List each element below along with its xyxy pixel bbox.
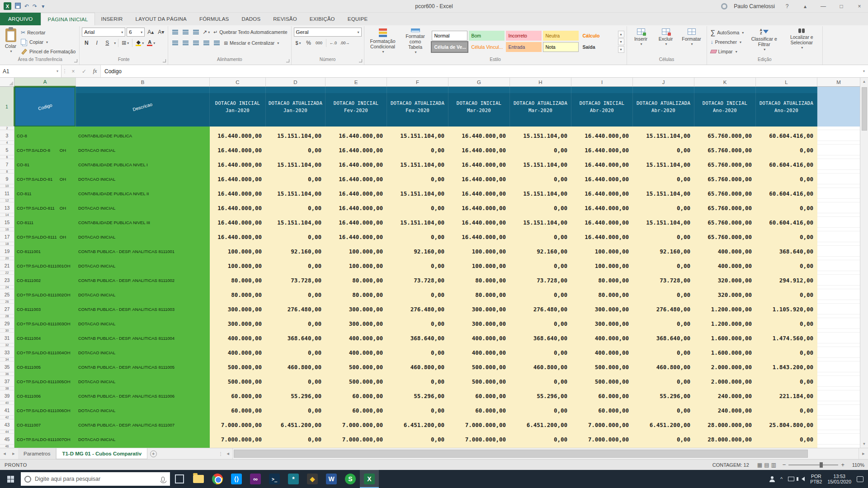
column-header-F[interactable]: F (387, 78, 448, 87)
cell-J1[interactable]: DOTACAO ATUALIZADAAbr-2020 (633, 87, 694, 127)
cell-J32[interactable] (633, 343, 694, 347)
cell-E21[interactable]: 100.000,00 (326, 260, 387, 271)
cell-I21[interactable]: 100.000,00 (571, 260, 633, 271)
cell-F18[interactable] (387, 242, 448, 246)
number-dialog-launcher-icon[interactable] (359, 59, 362, 62)
cell-K4[interactable] (694, 141, 756, 145)
cell-I42[interactable] (571, 416, 633, 419)
cell-G38[interactable] (448, 387, 510, 390)
cell-M32[interactable] (817, 343, 860, 347)
cell-G44[interactable] (448, 430, 510, 434)
cell-C35[interactable]: 500.000,00 (210, 361, 266, 372)
row-header-33[interactable]: 33 (0, 347, 14, 358)
cell-E3[interactable]: 16.440.000,00 (326, 130, 387, 141)
tray-expand-icon[interactable]: ^ (780, 476, 783, 482)
cell-M44[interactable] (817, 430, 860, 434)
conditional-formatting-button[interactable]: Formatação Condicional ▾ (367, 27, 399, 55)
cell-M5[interactable] (817, 145, 860, 155)
cell-A16[interactable] (14, 228, 76, 231)
clipboard-dialog-launcher-icon[interactable] (74, 59, 77, 62)
cell-G4[interactable] (448, 141, 510, 145)
cell-B42[interactable] (76, 416, 210, 419)
cell-M33[interactable] (817, 347, 860, 358)
cell-F17[interactable]: 0,00 (387, 231, 448, 242)
cell-E6[interactable] (326, 155, 387, 159)
cell-B15[interactable]: CONTABILIDADE PUBLICA NIVEL III (76, 217, 210, 228)
zoom-slider[interactable] (788, 465, 838, 465)
cell-A6[interactable] (14, 155, 76, 159)
cell-J4[interactable] (633, 141, 694, 145)
cell-E39[interactable]: 60.000,00 (326, 390, 387, 401)
cell-C42[interactable] (210, 416, 266, 419)
cell-K38[interactable] (694, 387, 756, 390)
app-teal-button[interactable]: * (284, 470, 303, 488)
row-header-4[interactable]: 4 (0, 141, 14, 145)
decrease-indent-button[interactable] (202, 38, 211, 47)
column-header-D[interactable]: D (266, 78, 326, 87)
cell-J25[interactable]: 0,00 (633, 289, 694, 300)
cell-K21[interactable]: 400.000,00 (694, 260, 756, 271)
cell-F2[interactable] (387, 127, 448, 130)
cell-M21[interactable] (817, 260, 860, 271)
vertical-scroll-thumb[interactable] (862, 87, 867, 131)
cell-G43[interactable]: 7.000.000,00 (448, 419, 510, 430)
row-header-9[interactable]: 9 (0, 174, 14, 184)
column-header-E[interactable]: E (326, 78, 387, 87)
cell-A21[interactable]: CO+TP.SALDO-8111001OH (14, 260, 76, 271)
cell-D41[interactable]: 0,00 (266, 405, 326, 416)
cell-B22[interactable] (76, 271, 210, 275)
scroll-down-icon[interactable]: ▼ (863, 440, 866, 448)
cell-M8[interactable] (817, 170, 860, 174)
cell-E22[interactable] (326, 271, 387, 275)
cell-K37[interactable]: 2.000.000,00 (694, 376, 756, 387)
cell-H6[interactable] (510, 155, 571, 159)
cell-K26[interactable] (694, 300, 756, 304)
save-button[interactable] (15, 3, 21, 10)
cell-E9[interactable]: 16.440.000,00 (326, 174, 387, 184)
cell-B37[interactable]: DOTACAO INICIAL (76, 376, 210, 387)
cell-H3[interactable]: 15.151.104,00 (510, 130, 571, 141)
start-button[interactable] (0, 470, 21, 488)
cell-M46[interactable] (817, 445, 860, 448)
cell-K43[interactable]: 28.000.000,00 (694, 419, 756, 430)
display-tray-icon[interactable] (788, 477, 794, 481)
cell-I7[interactable]: 16.440.000,00 (571, 159, 633, 170)
cell-H22[interactable] (510, 271, 571, 275)
cell-G32[interactable] (448, 343, 510, 347)
cell-C11[interactable]: 16.440.000,00 (210, 188, 266, 199)
cell-I2[interactable] (571, 127, 633, 130)
scroll-up-icon[interactable]: ▲ (863, 78, 866, 85)
cell-C6[interactable] (210, 155, 266, 159)
cell-F45[interactable]: 0,00 (387, 434, 448, 445)
row-header-36[interactable]: 36 (0, 372, 14, 376)
undo-button[interactable]: ↶ (24, 3, 29, 9)
cell-G34[interactable] (448, 358, 510, 361)
cell-H4[interactable] (510, 141, 571, 145)
close-button[interactable]: × (854, 3, 865, 9)
cell-I31[interactable]: 400.000,00 (571, 333, 633, 343)
alignment-dialog-launcher-icon[interactable] (286, 59, 289, 62)
cell-L17[interactable]: 0,00 (756, 231, 817, 242)
cell-D32[interactable] (266, 343, 326, 347)
cell-H9[interactable]: 0,00 (510, 174, 571, 184)
cell-L7[interactable]: 60.604.416,00 (756, 159, 817, 170)
cell-L40[interactable] (756, 401, 817, 405)
cell-L5[interactable]: 0,00 (756, 145, 817, 155)
formula-bar-expand-icon[interactable]: ▾ (860, 65, 868, 77)
cell-E19[interactable]: 100.000,00 (326, 246, 387, 257)
select-all-button[interactable] (0, 78, 14, 87)
cell-D1[interactable]: DOTACAO ATUALIZADAJan-2020 (266, 87, 326, 127)
cell-J31[interactable]: 368.640,00 (633, 333, 694, 343)
sheet-tab-inactive[interactable]: Parametros (18, 448, 56, 459)
cell-C23[interactable]: 80.000,00 (210, 275, 266, 286)
file-explorer-button[interactable] (189, 470, 208, 488)
cell-E2[interactable] (326, 127, 387, 130)
cell-L27[interactable]: 1.105.920,00 (756, 304, 817, 314)
ribbon-tab-f-rmulas[interactable]: FÓRMULAS (193, 13, 236, 25)
cell-F38[interactable] (387, 387, 448, 390)
cell-G30[interactable] (448, 329, 510, 333)
cell-K22[interactable] (694, 271, 756, 275)
cell-F1[interactable]: DOTACAO ATUALIZADAFev-2020 (387, 87, 448, 127)
cell-G13[interactable]: 16.440.000,00 (448, 202, 510, 213)
row-header-26[interactable]: 26 (0, 300, 14, 304)
